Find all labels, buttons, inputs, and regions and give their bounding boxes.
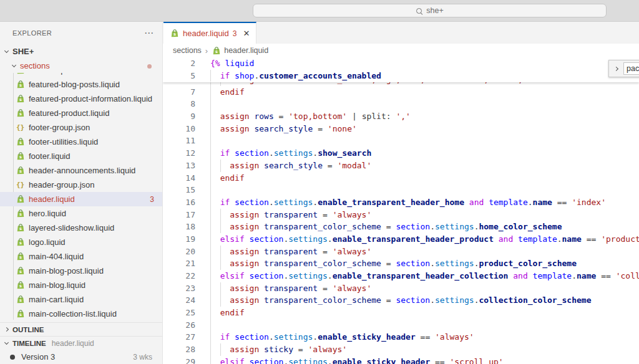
shopify-bag-icon: s (16, 194, 25, 204)
code-line[interactable]: 5if shop.customer_accounts_enabled (163, 70, 639, 82)
code-text: endif (210, 308, 245, 317)
file-tree-item[interactable]: {} header-group.json (0, 178, 162, 192)
shopify-bag-icon: s (16, 94, 25, 103)
chevron-separator-icon: › (205, 46, 208, 55)
line-number: 19 (163, 233, 195, 246)
code-line[interactable]: 21assign transparent_color_scheme = sect… (163, 257, 639, 270)
code-line[interactable]: 8 (163, 98, 639, 110)
shopify-liquid-file-icon: s (16, 166, 25, 175)
shopify-bag-icon: s (16, 295, 25, 304)
close-icon[interactable]: ✕ (243, 29, 250, 38)
breadcrumb: sections › s header.liquid (163, 44, 639, 57)
code-text: assign transparent = 'always' (210, 210, 371, 219)
file-tree-item[interactable]: s featured-product-information.liquid (0, 92, 162, 106)
code-line[interactable]: 22elsif section.settings.enable_transpar… (163, 270, 639, 282)
file-tree-item[interactable]: s main-cart.liquid (0, 292, 162, 307)
outline-panel-header[interactable]: OUTLINE (0, 322, 162, 336)
code-line[interactable]: 2{% liquid (163, 57, 639, 70)
shopify-bag-icon: s (16, 108, 25, 118)
file-tree-item[interactable]: {} footer-group.json (0, 120, 162, 135)
code-line[interactable]: 29elsif section.settings.enable_sticky_h… (163, 356, 639, 364)
find-input[interactable] (623, 62, 639, 75)
code-line[interactable]: 27if section.settings.enable_sticky_head… (163, 331, 639, 343)
code-line[interactable]: 23assign transparent = 'always' (163, 282, 639, 295)
line-number: 29 (163, 356, 195, 364)
file-tree-item[interactable]: s header.liquid 3 (0, 192, 162, 206)
code-line[interactable]: 9assign rows = 'top,bottom' | split: ',' (163, 110, 639, 123)
file-tree-item[interactable]: s main-collection-list.liquid (0, 307, 162, 321)
command-center-search[interactable]: she+ (253, 4, 607, 17)
file-name: header-announcements.liquid (29, 166, 135, 175)
file-tree-item[interactable]: s main-blog-post.liquid (0, 264, 162, 278)
code-line[interactable]: 15 (163, 184, 639, 196)
code-line[interactable]: 13assign search_style = 'modal' (163, 160, 639, 172)
shopify-bag-icon: s (16, 137, 25, 146)
svg-text:s: s (19, 312, 22, 317)
line-number: 25 (163, 307, 195, 319)
file-tree-item[interactable]: s footer-utilities.liquid (0, 135, 162, 149)
shopify-bag-icon: s (16, 309, 25, 318)
file-tree-item[interactable]: s featured-product.liquid (0, 106, 162, 120)
tab-header-liquid[interactable]: s header.liquid 3 ✕ (163, 22, 256, 44)
file-name: header.liquid (29, 194, 75, 204)
code-text (210, 320, 220, 330)
file-tree-item[interactable]: s layered-slideshow.liquid (0, 221, 162, 235)
code-line[interactable]: 24assign transparent_color_scheme = sect… (163, 294, 639, 307)
shopify-bag-icon: s (16, 151, 25, 161)
file-name: footer-group.json (29, 123, 90, 132)
sticky-scroll: 2{% liquid5if shop.customer_accounts_ena… (163, 57, 639, 82)
svg-text:s: s (19, 212, 22, 217)
line-number: 12 (163, 147, 195, 160)
code-text: if section.settings.enable_sticky_header… (210, 332, 474, 342)
file-tree-item[interactable]: s main-blog.liquid (0, 278, 162, 292)
line-number: 2 (163, 57, 195, 70)
file-tree-item[interactable]: s logo.liquid (0, 235, 162, 249)
file-tree-item[interactable]: s header-announcements.liquid (0, 163, 162, 178)
code-line[interactable]: 26 (163, 319, 639, 332)
breadcrumb-folder[interactable]: sections (173, 46, 202, 55)
file-tree-item[interactable]: s divider.liquid (0, 73, 162, 77)
code-line[interactable]: 10assign search_style = 'none' (163, 123, 639, 135)
file-name: featured-product.liquid (29, 108, 109, 118)
file-name: main-blog-post.liquid (29, 266, 104, 275)
explorer-more-actions-icon[interactable]: ⋯ (144, 30, 154, 36)
code-line[interactable]: 7endif (163, 86, 639, 98)
code-text: endif (210, 173, 245, 183)
shopify-liquid-file-icon: s (16, 280, 25, 290)
code-line[interactable]: 25endif (163, 307, 639, 319)
svg-text:s: s (19, 284, 22, 289)
toggle-replace-icon[interactable] (612, 62, 620, 75)
shopify-bag-icon: s (16, 223, 25, 232)
line-number: 13 (163, 160, 195, 172)
code-line[interactable]: 20assign transparent = 'always' (163, 246, 639, 258)
tree-root-folder[interactable]: SHE+ (0, 44, 162, 59)
file-tree-item[interactable]: s main-404.liquid (0, 249, 162, 264)
file-tree-item[interactable]: s footer.liquid (0, 149, 162, 163)
file-tree-item[interactable]: s featured-blog-posts.liquid (0, 77, 162, 92)
breadcrumb-file[interactable]: s header.liquid (212, 46, 268, 55)
code-text: assign transparent_color_scheme = sectio… (210, 295, 591, 305)
shopify-liquid-file-icon: s (16, 194, 25, 204)
line-number: 7 (163, 86, 195, 98)
shopify-liquid-file-icon: s (16, 266, 25, 275)
breadcrumb-file-label: header.liquid (224, 46, 268, 55)
code-line[interactable]: 17assign transparent = 'always' (163, 209, 639, 221)
code-text: assign transparent_color_scheme = sectio… (210, 222, 562, 231)
code-line[interactable]: 12if section.settings.show_search (163, 147, 639, 160)
timeline-item-version[interactable]: Version 3 3 wks (0, 350, 162, 364)
code-line[interactable]: 28assign sticky = 'always' (163, 343, 639, 356)
shopify-liquid-file-icon: s (212, 46, 221, 55)
svg-text:s: s (173, 32, 176, 37)
code-editor[interactable]: 6assign order = 'drawer_search,logo,menu… (163, 57, 639, 364)
line-number: 18 (163, 221, 195, 233)
code-line[interactable]: 18assign transparent_color_scheme = sect… (163, 221, 639, 233)
code-line[interactable]: 11 (163, 135, 639, 147)
code-text: assign sticky = 'always' (210, 345, 347, 354)
code-line[interactable]: 14endif (163, 172, 639, 184)
code-text: endif (210, 87, 245, 97)
timeline-panel-header[interactable]: TIMELINE header.liquid (0, 336, 162, 350)
code-line[interactable]: 16if section.settings.enable_transparent… (163, 196, 639, 209)
code-line[interactable]: 19elsif section.settings.enable_transpar… (163, 233, 639, 246)
tree-folder-sections[interactable]: sections (0, 59, 162, 73)
file-tree-item[interactable]: s hero.liquid (0, 206, 162, 221)
